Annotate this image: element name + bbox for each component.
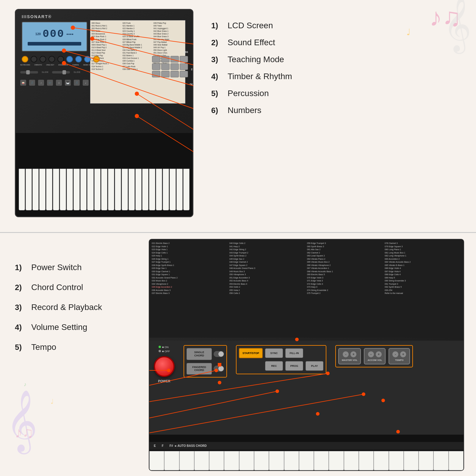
keyboard-labels: KEYBOARD VIBRATO ONE-KEY ENSEMBLE TIMBRE… [20,64,94,66]
bwk-7[interactable] [239,451,254,470]
num-btn-9[interactable] [152,71,160,77]
key-1[interactable] [19,169,25,210]
sync-button[interactable]: SYNC [265,348,283,358]
perc-icon-2[interactable]: 🎵 [29,80,35,86]
key-10[interactable] [80,169,87,210]
key-25[interactable] [183,169,190,210]
bwk-8[interactable] [254,451,269,470]
button-black-2[interactable] [40,56,46,62]
bwk-21[interactable] [449,451,464,470]
num-btn-3[interactable] [170,56,179,62]
key-22[interactable] [163,169,169,210]
num-btn-12[interactable] [180,71,188,77]
key-13[interactable] [101,169,107,210]
fingered-chord-toggle[interactable] [214,366,224,372]
tempo-plus[interactable]: + [400,351,406,358]
key-20[interactable] [149,169,155,210]
button-yellow-1[interactable] [22,56,28,62]
bwk-3[interactable] [179,451,194,470]
master-vol-minus[interactable]: - [342,351,349,358]
key-3[interactable] [32,169,39,210]
button-blue-2[interactable] [75,56,82,62]
num-btn-7[interactable] [170,63,179,70]
bwk-4[interactable] [194,451,209,470]
slider-1[interactable] [20,71,38,73]
num-btn-1[interactable] [152,56,160,62]
bwk-1[interactable] [149,451,164,470]
num-btn-10[interactable] [161,71,170,77]
control-area: ■ ON ■ OFF POWER SINGLECHORD [149,341,464,435]
num-btn-4[interactable] [180,56,188,62]
single-chord-toggle[interactable] [214,351,224,357]
bwk-18[interactable] [404,451,419,470]
key-8[interactable] [67,169,73,210]
perc-icon-8[interactable]: ♩ [83,80,89,86]
key-17[interactable] [129,169,135,210]
key-19[interactable] [142,169,148,210]
perc-icon-7[interactable]: 🎵 [74,80,80,86]
bwk-2[interactable] [164,451,179,470]
num-btn-11[interactable] [170,71,179,77]
key-6[interactable] [53,169,59,210]
bwk-13[interactable] [329,451,344,470]
button-black-3[interactable] [48,56,55,62]
num-btn-2[interactable] [161,56,170,62]
annotation-btext-1: Power Switch [31,263,82,272]
bwk-6[interactable] [224,451,239,470]
button-black-4[interactable] [57,56,64,62]
single-chord-label: SINGLECHORD [187,348,212,360]
bwk-17[interactable] [389,451,404,470]
key-11[interactable] [87,169,93,210]
tempo-minus[interactable]: - [392,351,399,358]
key-7[interactable] [60,169,66,210]
fill-in-button[interactable]: FILL-IN [285,348,303,358]
bwk-19[interactable] [419,451,433,470]
slider-thumb-2[interactable] [62,70,66,74]
button-blue-3[interactable] [84,56,91,62]
bwk-14[interactable] [344,451,359,470]
start-stop-button[interactable]: START/STOP [239,348,263,358]
key-2[interactable] [26,169,32,210]
accom-vol-minus[interactable]: - [368,351,374,358]
key-23[interactable] [170,169,176,210]
key-21[interactable] [156,169,162,210]
button-yellow-2[interactable] [93,56,100,62]
key-15[interactable] [115,169,121,210]
key-14[interactable] [108,169,114,210]
slider-thumb-1[interactable] [26,70,30,74]
slider-2[interactable] [52,71,70,73]
key-16[interactable] [122,169,128,210]
num-btn-6[interactable] [161,63,170,70]
accom-vol-plus[interactable]: + [375,351,382,358]
key-24[interactable] [176,169,183,210]
perc-icon-1[interactable]: 🥁 [20,80,26,86]
perc-icon-3[interactable]: ♪ [38,80,44,86]
bwk-9[interactable] [269,451,284,470]
bottom-keyboard-section: E F F# ◄ AUTO BASS CHORD [149,435,464,470]
bwk-15[interactable] [359,451,374,470]
key-12[interactable] [94,169,101,210]
key-9[interactable] [73,169,80,210]
num-btn-5[interactable] [152,63,160,70]
play-button[interactable]: PLAY [306,361,323,371]
bwk-5[interactable] [209,451,224,470]
rec-button[interactable]: REC [265,361,283,371]
bwk-11[interactable] [299,451,314,470]
button-black-1[interactable] [31,56,37,62]
key-5[interactable] [46,169,52,210]
power-button[interactable] [154,356,175,377]
num-btn-8[interactable] [180,63,188,70]
bwk-12[interactable] [314,451,329,470]
bwk-20[interactable] [433,451,448,470]
perc-icon-6[interactable]: 🎹 [65,80,71,86]
bwk-10[interactable] [284,451,299,470]
bwk-16[interactable] [374,451,389,470]
single-chord-btn[interactable]: SINGLECHORD [187,348,224,360]
perc-icon-5[interactable]: ♫ [56,80,62,86]
button-blue-1[interactable] [66,56,73,62]
key-18[interactable] [135,169,142,210]
key-4[interactable] [39,169,46,210]
perc-icon-4[interactable]: 🎶 [47,80,53,86]
master-vol-plus[interactable]: + [350,351,357,358]
prog-button[interactable]: PROG [285,361,303,371]
